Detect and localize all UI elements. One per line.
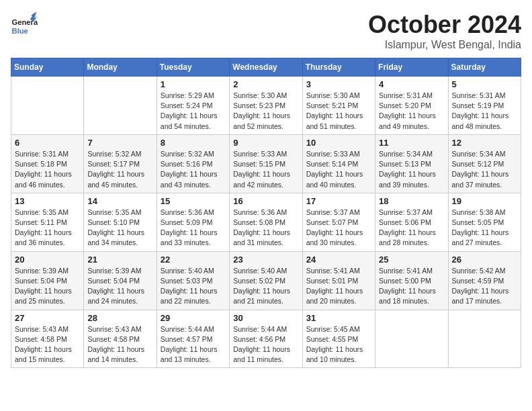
day-info: Sunrise: 5:32 AMSunset: 5:16 PMDaylight:… — [161, 149, 226, 190]
day-info: Sunrise: 5:31 AMSunset: 5:19 PMDaylight:… — [452, 91, 517, 132]
week-row-4: 20Sunrise: 5:39 AMSunset: 5:04 PMDayligh… — [11, 251, 521, 310]
day-number: 24 — [306, 255, 371, 265]
day-number: 26 — [452, 255, 517, 265]
calendar-cell: 20Sunrise: 5:39 AMSunset: 5:04 PMDayligh… — [11, 251, 84, 310]
calendar-cell: 24Sunrise: 5:41 AMSunset: 5:01 PMDayligh… — [302, 251, 375, 310]
day-info: Sunrise: 5:34 AMSunset: 5:12 PMDaylight:… — [452, 149, 517, 190]
calendar-cell — [448, 310, 521, 368]
day-number: 30 — [233, 313, 298, 323]
day-info: Sunrise: 5:34 AMSunset: 5:13 PMDaylight:… — [379, 149, 444, 190]
day-info: Sunrise: 5:29 AMSunset: 5:24 PMDaylight:… — [161, 91, 226, 132]
day-info: Sunrise: 5:43 AMSunset: 4:58 PMDaylight:… — [15, 324, 80, 365]
calendar-cell: 10Sunrise: 5:33 AMSunset: 5:14 PMDayligh… — [302, 134, 375, 193]
day-info: Sunrise: 5:30 AMSunset: 5:23 PMDaylight:… — [233, 91, 298, 132]
week-row-1: 1Sunrise: 5:29 AMSunset: 5:24 PMDaylight… — [11, 77, 521, 135]
day-number: 19 — [452, 196, 517, 206]
col-header-wednesday: Wednesday — [230, 58, 302, 77]
day-info: Sunrise: 5:41 AMSunset: 5:01 PMDaylight:… — [306, 266, 371, 307]
calendar-cell: 12Sunrise: 5:34 AMSunset: 5:12 PMDayligh… — [448, 134, 521, 193]
calendar-cell: 18Sunrise: 5:37 AMSunset: 5:06 PMDayligh… — [375, 193, 448, 251]
day-info: Sunrise: 5:36 AMSunset: 5:09 PMDaylight:… — [161, 208, 226, 248]
calendar-cell: 13Sunrise: 5:35 AMSunset: 5:11 PMDayligh… — [11, 193, 84, 251]
calendar-table: SundayMondayTuesdayWednesdayThursdayFrid… — [11, 58, 521, 368]
day-info: Sunrise: 5:38 AMSunset: 5:05 PMDaylight:… — [452, 208, 517, 248]
col-header-tuesday: Tuesday — [157, 58, 229, 77]
day-info: Sunrise: 5:35 AMSunset: 5:11 PMDaylight:… — [15, 208, 80, 248]
day-info: Sunrise: 5:36 AMSunset: 5:08 PMDaylight:… — [233, 208, 298, 248]
calendar-cell: 17Sunrise: 5:37 AMSunset: 5:07 PMDayligh… — [302, 193, 375, 251]
col-header-monday: Monday — [84, 58, 157, 77]
calendar-cell — [84, 77, 157, 135]
calendar-cell: 4Sunrise: 5:31 AMSunset: 5:20 PMDaylight… — [375, 77, 448, 135]
logo-icon: General Blue — [11, 11, 38, 38]
day-number: 21 — [87, 255, 152, 265]
day-info: Sunrise: 5:31 AMSunset: 5:20 PMDaylight:… — [379, 91, 444, 132]
day-number: 17 — [306, 196, 371, 206]
day-number: 20 — [15, 255, 80, 265]
day-number: 10 — [306, 138, 371, 148]
day-number: 27 — [15, 313, 80, 323]
calendar-cell: 14Sunrise: 5:35 AMSunset: 5:10 PMDayligh… — [84, 193, 157, 251]
day-number: 6 — [15, 138, 80, 148]
calendar-cell: 21Sunrise: 5:39 AMSunset: 5:04 PMDayligh… — [84, 251, 157, 310]
svg-text:Blue: Blue — [12, 27, 28, 35]
calendar-cell: 29Sunrise: 5:44 AMSunset: 4:57 PMDayligh… — [157, 310, 229, 368]
day-number: 18 — [379, 196, 444, 206]
day-number: 4 — [379, 79, 444, 89]
day-number: 11 — [379, 138, 444, 148]
week-row-2: 6Sunrise: 5:31 AMSunset: 5:18 PMDaylight… — [11, 134, 521, 193]
calendar-cell: 31Sunrise: 5:45 AMSunset: 4:55 PMDayligh… — [302, 310, 375, 368]
calendar-cell: 2Sunrise: 5:30 AMSunset: 5:23 PMDaylight… — [230, 77, 302, 135]
day-info: Sunrise: 5:39 AMSunset: 5:04 PMDaylight:… — [15, 266, 80, 307]
col-header-thursday: Thursday — [302, 58, 375, 77]
day-number: 28 — [87, 313, 152, 323]
day-info: Sunrise: 5:40 AMSunset: 5:03 PMDaylight:… — [161, 266, 226, 307]
calendar-cell: 7Sunrise: 5:32 AMSunset: 5:17 PMDaylight… — [84, 134, 157, 193]
day-number: 5 — [452, 79, 517, 89]
day-number: 13 — [15, 196, 80, 206]
day-number: 15 — [161, 196, 226, 206]
calendar-cell — [375, 310, 448, 368]
day-number: 14 — [87, 196, 152, 206]
calendar-cell: 30Sunrise: 5:44 AMSunset: 4:56 PMDayligh… — [230, 310, 302, 368]
col-header-friday: Friday — [375, 58, 448, 77]
day-number: 22 — [161, 255, 226, 265]
month-title: October 2024 — [368, 11, 521, 39]
day-number: 3 — [306, 79, 371, 89]
day-info: Sunrise: 5:32 AMSunset: 5:17 PMDaylight:… — [87, 149, 152, 190]
day-info: Sunrise: 5:45 AMSunset: 4:55 PMDaylight:… — [306, 324, 371, 365]
calendar-cell — [11, 77, 84, 135]
day-info: Sunrise: 5:30 AMSunset: 5:21 PMDaylight:… — [306, 91, 371, 132]
day-info: Sunrise: 5:44 AMSunset: 4:56 PMDaylight:… — [233, 324, 298, 365]
calendar-cell: 8Sunrise: 5:32 AMSunset: 5:16 PMDaylight… — [157, 134, 229, 193]
day-info: Sunrise: 5:44 AMSunset: 4:57 PMDaylight:… — [161, 324, 226, 365]
calendar-cell: 23Sunrise: 5:40 AMSunset: 5:02 PMDayligh… — [230, 251, 302, 310]
day-info: Sunrise: 5:41 AMSunset: 5:00 PMDaylight:… — [379, 266, 444, 307]
day-number: 25 — [379, 255, 444, 265]
col-header-saturday: Saturday — [448, 58, 521, 77]
day-number: 8 — [161, 138, 226, 148]
calendar-cell: 28Sunrise: 5:43 AMSunset: 4:58 PMDayligh… — [84, 310, 157, 368]
page-header: General Blue October 2024 Islampur, West… — [11, 11, 521, 51]
day-info: Sunrise: 5:40 AMSunset: 5:02 PMDaylight:… — [233, 266, 298, 307]
day-info: Sunrise: 5:39 AMSunset: 5:04 PMDaylight:… — [87, 266, 152, 307]
calendar-cell: 5Sunrise: 5:31 AMSunset: 5:19 PMDaylight… — [448, 77, 521, 135]
col-header-sunday: Sunday — [11, 58, 84, 77]
week-row-5: 27Sunrise: 5:43 AMSunset: 4:58 PMDayligh… — [11, 310, 521, 368]
title-section: October 2024 Islampur, West Bengal, Indi… — [368, 11, 521, 51]
day-info: Sunrise: 5:35 AMSunset: 5:10 PMDaylight:… — [87, 208, 152, 248]
day-number: 29 — [161, 313, 226, 323]
day-number: 12 — [452, 138, 517, 148]
calendar-cell: 11Sunrise: 5:34 AMSunset: 5:13 PMDayligh… — [375, 134, 448, 193]
day-number: 31 — [306, 313, 371, 323]
day-info: Sunrise: 5:43 AMSunset: 4:58 PMDaylight:… — [87, 324, 152, 365]
day-info: Sunrise: 5:31 AMSunset: 5:18 PMDaylight:… — [15, 149, 80, 190]
day-number: 1 — [161, 79, 226, 89]
day-number: 9 — [233, 138, 298, 148]
calendar-cell: 6Sunrise: 5:31 AMSunset: 5:18 PMDaylight… — [11, 134, 84, 193]
calendar-cell: 9Sunrise: 5:33 AMSunset: 5:15 PMDaylight… — [230, 134, 302, 193]
day-info: Sunrise: 5:37 AMSunset: 5:07 PMDaylight:… — [306, 208, 371, 248]
calendar-cell: 22Sunrise: 5:40 AMSunset: 5:03 PMDayligh… — [157, 251, 229, 310]
day-info: Sunrise: 5:37 AMSunset: 5:06 PMDaylight:… — [379, 208, 444, 248]
logo: General Blue — [11, 11, 38, 38]
